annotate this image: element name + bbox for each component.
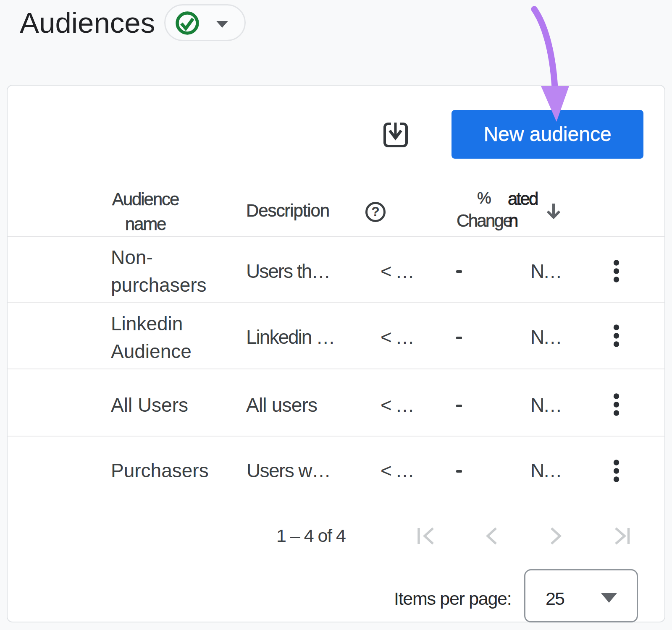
svg-text:?: ? (371, 204, 380, 219)
